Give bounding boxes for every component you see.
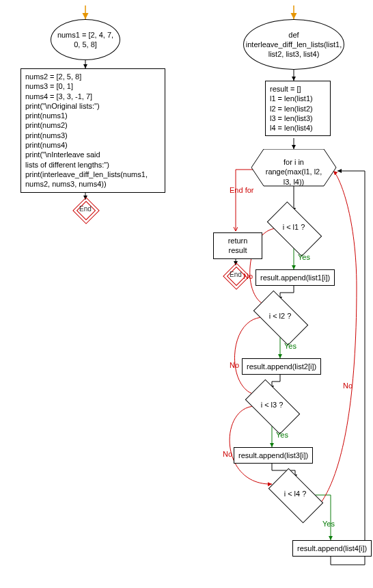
no4: No (343, 382, 353, 390)
append4-box: result.append(list4[i]) (292, 540, 372, 557)
func-end: End (227, 267, 245, 284)
func-def-ellipse: def interleave_diff_len_lists(list1, lis… (243, 19, 344, 70)
no3: No (223, 450, 232, 458)
loop-hex: for i in range(max(l1, l2, l3, l4)) (251, 149, 336, 186)
cond3: i < l3 ? (238, 386, 306, 427)
no2: No (230, 361, 239, 369)
func-init-box: result = [] l1 = len(list1) l2 = len(lis… (265, 81, 331, 136)
cond4: i < l4 ? (261, 475, 329, 516)
return-box: return result (213, 232, 262, 259)
append1-box: result.append(list1[i]) (255, 269, 335, 286)
end-for-label: End for (230, 186, 253, 194)
func-def-text: def interleave_diff_len_lists(list1, lis… (246, 30, 342, 59)
no1: No (243, 272, 253, 280)
yes4: Yes (322, 520, 335, 528)
yes1: Yes (298, 253, 310, 261)
cond2: i < l2 ? (246, 297, 314, 338)
append2-box: result.append(list2[i]) (242, 358, 321, 375)
append3-box: result.append(list3[i]) (234, 447, 313, 464)
main-start-text: nums1 = [2, 4, 7, 0, 5, 8] (57, 30, 114, 50)
yes3: Yes (276, 431, 288, 439)
main-end: End (77, 201, 94, 219)
yes2: Yes (284, 342, 296, 350)
main-body-box: nums2 = [2, 5, 8] nums3 = [0, 1] nums4 =… (20, 68, 165, 193)
main-start-ellipse: nums1 = [2, 4, 7, 0, 5, 8] (51, 19, 120, 60)
cond1: i < l1 ? (260, 208, 328, 249)
